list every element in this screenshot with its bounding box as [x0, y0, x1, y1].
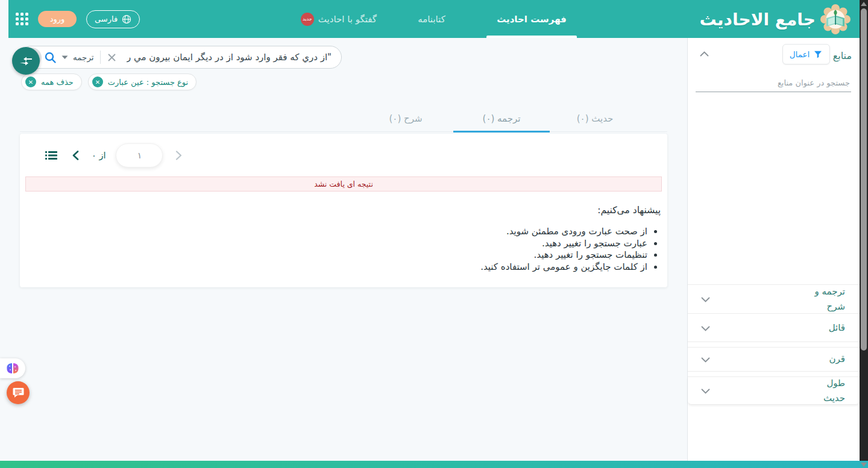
- section-translation-commentary[interactable]: ترجمه و شرح: [688, 284, 860, 314]
- sources-search-input[interactable]: [696, 76, 851, 92]
- new-badge: جدید: [301, 13, 314, 26]
- sidebar-header: منابع اعمال: [688, 44, 860, 68]
- sidebar-sections: ترجمه و شرح قائل قرن طول حدیث: [688, 284, 860, 405]
- app-logo[interactable]: جامع الاحادیث: [699, 3, 851, 36]
- bottom-accent-bar: [0, 461, 868, 468]
- suggestions-title: پیشنهاد می‌کنیم:: [480, 205, 661, 216]
- login-button[interactable]: ورود: [38, 11, 77, 27]
- chevron-down-icon: [701, 354, 710, 365]
- search-scope-label[interactable]: ترجمه: [73, 52, 94, 62]
- language-button[interactable]: فارسی: [86, 10, 140, 28]
- chevron-down-icon: [701, 322, 710, 334]
- section-hadith-length[interactable]: طول حدیث: [688, 376, 860, 405]
- tab-translation[interactable]: ترجمه (۰): [453, 105, 550, 132]
- no-results-alert: نتیجه ای یافت نشد: [25, 176, 662, 192]
- brain-icon: [5, 362, 20, 375]
- result-tabs: حدیث (۰) ترجمه (۰) شرح (۰): [20, 105, 667, 132]
- filters-sidebar: منابع اعمال ترجمه و شرح قائل: [687, 38, 860, 461]
- list-view-icon[interactable]: [43, 150, 60, 161]
- chevron-down-icon: [701, 385, 710, 396]
- divider: [100, 51, 101, 64]
- active-filters: نوع جستجو : عین عبارت ✕ حذف همه ✕: [21, 73, 197, 90]
- nav-tab-hadith-index[interactable]: فهرست احادیث: [486, 0, 577, 38]
- section-century[interactable]: قرن: [688, 347, 860, 372]
- filter-chip-search-type[interactable]: نوع جستجو : عین عبارت ✕: [88, 73, 197, 90]
- suggestions-block: پیشنهاد می‌کنیم: از صحت عبارت ورودی مطمئ…: [480, 205, 661, 273]
- tab-hadith[interactable]: حدیث (۰): [547, 105, 643, 132]
- ai-assistant-tab[interactable]: [0, 358, 25, 378]
- chat-bubble-icon: [13, 387, 24, 398]
- filter-funnel-icon: [813, 49, 823, 59]
- app-header: جامع الاحادیث فهرست احادیث کتابنامه گفتگ…: [8, 0, 868, 38]
- active-nav-underline: [486, 36, 577, 38]
- swap-arrows-icon: [19, 54, 33, 68]
- scrollbar-down-arrow[interactable]: [861, 463, 867, 467]
- scope-caret-down-icon[interactable]: [59, 55, 71, 60]
- tab-commentary[interactable]: شرح (۰): [357, 105, 454, 132]
- globe-icon: [122, 14, 131, 24]
- sidebar-title: منابع: [833, 50, 852, 61]
- scrollbar-up-arrow[interactable]: [861, 2, 867, 6]
- scrollbar-thumb[interactable]: [861, 8, 867, 351]
- search-submit-icon[interactable]: [42, 51, 59, 64]
- chevron-down-icon: [701, 293, 710, 305]
- page-of-label: از ۰: [92, 151, 105, 160]
- section-narrator[interactable]: قائل: [688, 313, 860, 342]
- results-card: از ۰ نتیجه ای یافت نشد پیشنهاد می‌کنیم: …: [20, 134, 667, 287]
- clear-search-icon[interactable]: [104, 52, 119, 63]
- sources-search: [696, 76, 851, 92]
- main-nav: فهرست احادیث کتابنامه گفتگو با احادیث جد…: [301, 0, 577, 38]
- nav-tab-chat-with-hadith[interactable]: گفتگو با احادیث جدید: [301, 0, 377, 38]
- chip-close-icon[interactable]: ✕: [25, 76, 36, 87]
- collapse-sidebar-button[interactable]: [12, 47, 40, 75]
- search-input[interactable]: [119, 52, 339, 63]
- filter-chip-clear-all[interactable]: حذف همه ✕: [21, 73, 82, 90]
- chat-support-button[interactable]: [7, 381, 30, 404]
- suggestions-list: از صحت عبارت ورودی مطمئن شوید. عبارت جست…: [480, 226, 661, 273]
- nav-tab-bibliography[interactable]: کتابنامه: [398, 0, 465, 38]
- suggestion-item: از کلمات جایگزین و عمومی تر استفاده کنید…: [480, 261, 647, 273]
- logo-title: جامع الاحادیث: [699, 10, 816, 30]
- search-bar: ترجمه: [20, 46, 342, 69]
- prev-page-chevron-icon[interactable]: [70, 151, 81, 160]
- logo-flower-book-icon: [820, 4, 851, 35]
- suggestion-item: تنظیمات جستجو را تغییر دهید.: [480, 249, 647, 261]
- page-number-input[interactable]: [116, 143, 163, 167]
- chip-close-icon[interactable]: ✕: [92, 76, 103, 87]
- main-content: ترجمه نوع جستجو : عین عبارت ✕ حذف همه ✕: [0, 38, 687, 461]
- apps-grid-icon[interactable]: [16, 13, 28, 25]
- sources-chevron-up-icon[interactable]: [700, 49, 709, 58]
- suggestion-item: از صحت عبارت ورودی مطمئن شوید.: [480, 226, 647, 238]
- pagination: از ۰: [43, 142, 184, 169]
- apply-filters-button[interactable]: اعمال: [782, 44, 830, 64]
- header-actions: ورود فارسی: [16, 0, 140, 38]
- browser-scrollbar[interactable]: [860, 0, 868, 468]
- suggestion-item: عبارت جستجو را تغییر دهید.: [480, 238, 647, 250]
- next-page-chevron-icon[interactable]: [173, 151, 184, 160]
